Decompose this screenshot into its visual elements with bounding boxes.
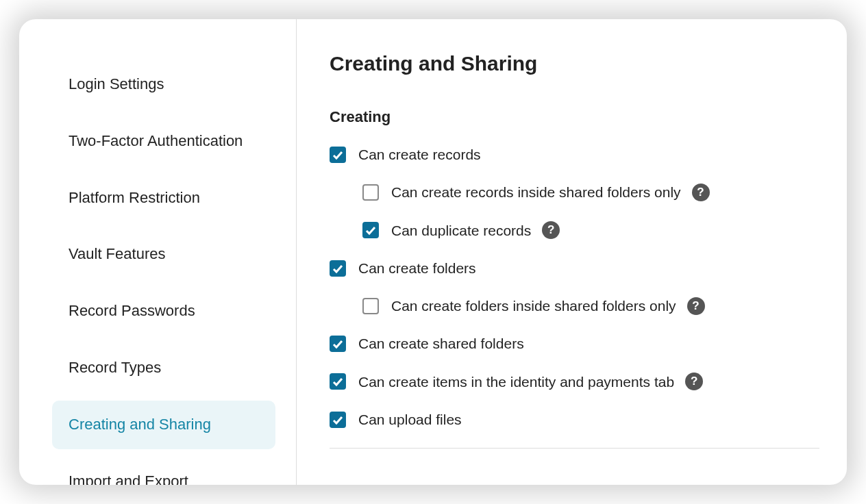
checkbox-upload-files[interactable] <box>330 412 346 428</box>
option-label: Can create folders inside shared folders… <box>391 297 676 315</box>
checkbox-can-create-records[interactable] <box>330 147 346 163</box>
option-can-create-records: Can create records <box>330 145 819 164</box>
help-icon[interactable]: ? <box>542 221 560 239</box>
option-label: Can create shared folders <box>358 334 524 353</box>
option-can-create-folders: Can create folders <box>330 259 819 277</box>
option-records-shared-folders-only: Can create records inside shared folders… <box>330 183 819 201</box>
page-title: Creating and Sharing <box>330 52 819 75</box>
sidebar-item-login-settings[interactable]: Login Settings <box>52 60 275 109</box>
section-title-creating: Creating <box>330 108 819 126</box>
settings-sidebar: Login Settings Two-Factor Authentication… <box>19 19 297 485</box>
section-divider <box>330 448 819 449</box>
option-label: Can upload files <box>358 410 462 429</box>
sidebar-item-record-types[interactable]: Record Types <box>52 344 275 392</box>
option-label: Can create records inside shared folders… <box>391 183 681 201</box>
settings-card: Login Settings Two-Factor Authentication… <box>19 19 847 485</box>
sidebar-item-vault-features[interactable]: Vault Features <box>52 230 275 279</box>
option-label: Can create folders <box>358 259 476 277</box>
sidebar-item-platform-restriction[interactable]: Platform Restriction <box>52 174 275 223</box>
sidebar-item-two-factor[interactable]: Two-Factor Authentication <box>52 117 275 166</box>
option-folders-shared-folders-only: Can create folders inside shared folders… <box>330 297 819 315</box>
checkbox-create-shared-folders[interactable] <box>330 336 346 352</box>
option-create-shared-folders: Can create shared folders <box>330 334 819 353</box>
option-label: Can create items in the identity and pay… <box>358 373 674 391</box>
option-upload-files: Can upload files <box>330 410 819 429</box>
checkbox-records-shared-folders-only[interactable] <box>362 184 379 201</box>
checkbox-can-create-folders[interactable] <box>330 260 346 277</box>
option-duplicate-records: Can duplicate records ? <box>330 221 819 240</box>
checkbox-duplicate-records[interactable] <box>362 222 379 238</box>
checkbox-identity-payments[interactable] <box>330 373 346 390</box>
option-identity-payments: Can create items in the identity and pay… <box>330 373 819 391</box>
help-icon[interactable]: ? <box>687 297 705 315</box>
sidebar-item-creating-sharing[interactable]: Creating and Sharing <box>52 401 275 449</box>
help-icon[interactable]: ? <box>692 184 710 201</box>
option-label: Can duplicate records <box>391 221 531 240</box>
checkbox-folders-shared-folders-only[interactable] <box>362 298 379 314</box>
sidebar-item-record-passwords[interactable]: Record Passwords <box>52 287 275 336</box>
option-label: Can create records <box>358 145 481 164</box>
help-icon[interactable]: ? <box>685 373 703 390</box>
main-panel: Creating and Sharing Creating Can create… <box>297 19 847 485</box>
sidebar-item-import-export[interactable]: Import and Export <box>52 457 275 485</box>
